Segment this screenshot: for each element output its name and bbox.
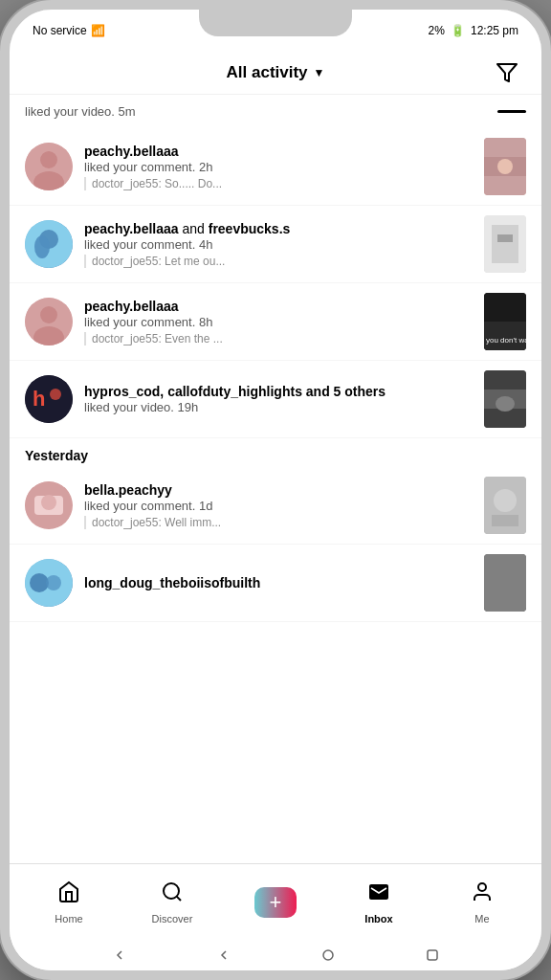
recents-gesture-btn[interactable]	[423, 946, 442, 965]
svg-marker-0	[497, 64, 517, 81]
notif-action: liked your comment. 1d	[84, 499, 473, 513]
avatar	[25, 298, 73, 345]
svg-text:h: h	[33, 387, 45, 411]
phone-frame: No service 📶 2% 🔋 12:25 pm All activity …	[0, 0, 551, 980]
notification-item[interactable]: h hypros_cod, callofduty_highlights and …	[10, 361, 541, 438]
notif-comment: doctor_joe55: Well imm...	[84, 516, 473, 529]
notif-username: long_doug_theboiisofbuilth	[84, 575, 473, 590]
svg-rect-30	[492, 515, 518, 526]
header: All activity ▼	[10, 52, 541, 95]
notif-username: bella.peachyy	[84, 482, 473, 498]
bottom-nav: Home Discover +	[10, 863, 541, 940]
notif-content: peachy.bellaaa liked your comment. 2h do…	[84, 144, 473, 190]
back-btn[interactable]	[110, 946, 129, 965]
video-thumbnail	[484, 370, 526, 428]
notif-username: hypros_cod, callofduty_highlights and 5 …	[84, 384, 473, 399]
svg-point-6	[497, 159, 513, 174]
yesterday-section-label: Yesterday	[10, 438, 541, 467]
avatar: h	[25, 375, 73, 423]
first-time: 5m	[119, 104, 136, 119]
notification-item[interactable]: bella.peachyy liked your comment. 1d doc…	[10, 467, 541, 545]
signal-icon: 📶	[91, 24, 105, 37]
first-action: liked your video.	[25, 104, 115, 119]
notif-action: liked your comment. 8h	[84, 315, 473, 329]
notif-comment: doctor_joe55: Even the ...	[84, 332, 473, 345]
discover-icon	[161, 880, 184, 909]
nav-inbox[interactable]: Inbox	[327, 880, 430, 924]
svg-point-21	[50, 389, 61, 400]
video-thumbnail	[484, 138, 526, 195]
video-thumbnail	[484, 477, 526, 534]
notif-content: hypros_cod, callofduty_highlights and 5 …	[84, 384, 473, 414]
video-thumbnail	[484, 215, 526, 273]
avatar	[25, 220, 73, 268]
svg-rect-39	[428, 950, 437, 960]
svg-point-27	[41, 495, 56, 510]
notification-item-first[interactable]: liked your video. 5m	[10, 95, 541, 128]
notification-item[interactable]: peachy.bellaaa liked your comment. 8h do…	[10, 283, 541, 361]
nav-discover[interactable]: Discover	[121, 880, 224, 924]
svg-point-14	[40, 306, 57, 323]
notif-username: peachy.bellaaa	[84, 299, 473, 314]
all-activity-label: All activity	[227, 63, 308, 82]
svg-point-33	[46, 575, 61, 590]
notif-content: long_doug_theboiisofbuilth	[84, 575, 473, 591]
svg-point-37	[478, 883, 486, 891]
svg-rect-12	[497, 234, 513, 242]
notif-comment: doctor_joe55: So..... Do...	[84, 177, 473, 190]
first-notif-text: liked your video. 5m	[25, 104, 136, 119]
svg-point-2	[40, 151, 57, 168]
notification-item[interactable]: peachy.bellaaa and freevbucks.s liked yo…	[10, 206, 541, 283]
video-thumbnail	[484, 554, 526, 612]
avatar	[25, 481, 73, 529]
nav-create[interactable]: +	[224, 887, 327, 918]
carrier-text: No service	[33, 24, 87, 37]
home-label: Home	[55, 913, 82, 924]
create-plus-icon: +	[270, 890, 282, 915]
notif-action: liked your video. 19h	[84, 400, 473, 414]
notif-comment: doctor_joe55: Let me ou...	[84, 255, 473, 268]
svg-point-24	[496, 396, 515, 412]
svg-rect-11	[492, 225, 518, 263]
avatar	[25, 559, 73, 607]
main-content: All activity ▼ liked your video. 5m	[10, 52, 541, 970]
notif-username: peachy.bellaaa and freevbucks.s	[84, 221, 473, 236]
status-left: No service 📶	[33, 24, 105, 37]
discover-label: Discover	[152, 913, 193, 924]
home-icon	[57, 880, 80, 909]
divider-line	[497, 110, 526, 113]
notif-action: liked your comment. 2h	[84, 160, 473, 174]
header-title[interactable]: All activity ▼	[227, 63, 325, 82]
notif-action: liked your comment. 4h	[84, 237, 473, 252]
back-gesture-btn[interactable]	[214, 946, 233, 965]
battery-icon: 🔋	[451, 24, 465, 37]
svg-point-35	[164, 883, 179, 899]
svg-text:you don't want t: you don't want t	[486, 336, 526, 345]
svg-point-29	[494, 489, 517, 512]
inbox-icon	[367, 880, 390, 909]
notif-content: peachy.bellaaa and freevbucks.s liked yo…	[84, 221, 473, 268]
home-gesture-btn[interactable]	[319, 946, 338, 965]
notif-username: peachy.bellaaa	[84, 144, 473, 159]
svg-rect-34	[484, 554, 526, 612]
svg-point-38	[323, 950, 333, 960]
svg-point-9	[34, 235, 50, 258]
nav-home[interactable]: Home	[17, 880, 121, 924]
inbox-label: Inbox	[364, 913, 392, 924]
notif-content: peachy.bellaaa liked your comment. 8h do…	[84, 299, 473, 345]
notification-item[interactable]: long_doug_theboiisofbuilth	[10, 545, 541, 622]
video-thumbnail: you don't want t	[484, 293, 526, 350]
status-right: 2% 🔋 12:25 pm	[429, 24, 518, 37]
notification-item[interactable]: peachy.bellaaa liked your comment. 2h do…	[10, 128, 541, 206]
nav-me[interactable]: Me	[430, 880, 534, 924]
me-icon	[471, 880, 494, 909]
battery-text: 2%	[429, 24, 445, 37]
system-bar	[10, 940, 541, 970]
filter-button[interactable]	[492, 57, 522, 88]
notif-content: bella.peachyy liked your comment. 1d doc…	[84, 482, 473, 529]
avatar	[25, 143, 73, 190]
notch	[199, 10, 352, 36]
notifications-list: liked your video. 5m peachy.bellaaa like…	[10, 95, 541, 863]
create-button[interactable]: +	[254, 887, 297, 918]
time-text: 12:25 pm	[471, 24, 518, 37]
